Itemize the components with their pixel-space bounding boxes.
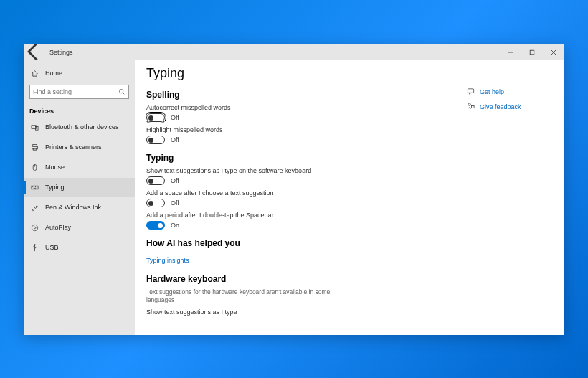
- printer-icon: [29, 143, 39, 151]
- sidebar-item-printers[interactable]: Printers & scanners: [24, 138, 135, 156]
- sidebar-item-label: Pen & Windows Ink: [45, 204, 101, 211]
- svg-line-3: [123, 93, 124, 94]
- highlight-label: Highlight misspelled words: [146, 126, 452, 133]
- svg-point-2: [120, 90, 123, 93]
- svg-rect-1: [530, 50, 534, 55]
- space-label: Add a space after I choose a text sugges…: [146, 189, 452, 197]
- home-label: Home: [45, 70, 62, 77]
- section-heading-typing: Typing: [146, 153, 452, 163]
- svg-point-17: [32, 225, 37, 230]
- search-icon: [118, 85, 125, 98]
- content-area: Typing Spelling Autocorrect misspelled w…: [135, 60, 564, 335]
- pen-icon: [29, 204, 39, 212]
- suggestions-state: Off: [171, 177, 179, 184]
- autocorrect-state: Off: [171, 114, 179, 121]
- keyboard-icon: [29, 184, 39, 192]
- sidebar: Home Devices Bluetooth & other devices: [24, 60, 135, 335]
- sidebar-item-label: AutoPlay: [45, 224, 71, 231]
- sidebar-item-label: Typing: [45, 184, 65, 191]
- space-state: Off: [171, 199, 179, 207]
- home-icon: [29, 70, 39, 77]
- autoplay-icon: [29, 224, 39, 232]
- devices-icon: [29, 123, 39, 131]
- sidebar-item-typing[interactable]: Typing: [24, 178, 135, 197]
- sidebar-item-label: Mouse: [45, 164, 65, 171]
- sidebar-item-bluetooth[interactable]: Bluetooth & other devices: [24, 118, 135, 136]
- right-panel: Get help Give feedback: [467, 66, 553, 335]
- typing-insights-link[interactable]: Typing insights: [146, 257, 189, 264]
- period-state: On: [171, 222, 179, 229]
- feedback-label: Give feedback: [480, 103, 521, 110]
- suggestions-toggle[interactable]: [146, 176, 165, 185]
- settings-window: Settings Home Device: [24, 44, 564, 335]
- home-button[interactable]: Home: [24, 65, 135, 82]
- usb-icon: [29, 244, 39, 252]
- svg-rect-20: [468, 89, 473, 93]
- svg-rect-22: [471, 106, 474, 108]
- hw-suggestions-label: Show text suggestions as I type: [146, 308, 452, 316]
- minimize-button[interactable]: [500, 44, 521, 60]
- svg-rect-6: [32, 144, 37, 146]
- section-heading-spelling: Spelling: [146, 90, 452, 100]
- main-panel: Typing Spelling Autocorrect misspelled w…: [146, 66, 467, 335]
- titlebar: Settings: [24, 44, 564, 60]
- close-button[interactable]: [543, 44, 564, 60]
- period-label: Add a period after I double-tap the Spac…: [146, 212, 452, 219]
- svg-point-21: [468, 103, 470, 105]
- mouse-icon: [29, 164, 39, 171]
- sidebar-item-pen[interactable]: Pen & Windows Ink: [24, 198, 135, 217]
- page-title: Typing: [146, 66, 452, 81]
- help-icon: [467, 88, 477, 95]
- search-input-container[interactable]: [29, 85, 129, 99]
- sidebar-item-label: Printers & scanners: [45, 143, 102, 151]
- maximize-button[interactable]: [521, 44, 543, 60]
- highlight-toggle[interactable]: [146, 136, 165, 144]
- sidebar-item-usb[interactable]: USB: [24, 238, 135, 257]
- svg-rect-11: [31, 186, 37, 189]
- suggestions-label: Show text suggestions as I type on the s…: [146, 167, 452, 174]
- svg-rect-7: [32, 146, 37, 149]
- section-heading-ai: How AI has helped you: [146, 238, 452, 248]
- autocorrect-toggle[interactable]: [146, 113, 165, 122]
- highlight-state: Off: [171, 136, 179, 143]
- sidebar-item-autoplay[interactable]: AutoPlay: [24, 218, 135, 237]
- hardware-desc: Text suggestions for the hardware keyboa…: [146, 288, 347, 304]
- get-help-link[interactable]: Get help: [467, 88, 553, 95]
- sidebar-item-mouse[interactable]: Mouse: [24, 158, 135, 176]
- section-heading-hardware: Hardware keyboard: [146, 274, 452, 284]
- period-toggle[interactable]: [146, 221, 165, 230]
- sidebar-item-label: Bluetooth & other devices: [45, 123, 119, 131]
- give-feedback-link[interactable]: Give feedback: [467, 103, 553, 110]
- space-toggle[interactable]: [146, 199, 165, 207]
- search-input[interactable]: [33, 88, 118, 95]
- feedback-icon: [467, 103, 477, 110]
- sidebar-item-label: USB: [45, 244, 59, 251]
- window-title: Settings: [49, 49, 73, 56]
- help-label: Get help: [480, 88, 504, 95]
- sidebar-heading: Devices: [24, 103, 135, 118]
- autocorrect-label: Autocorrect misspelled words: [146, 104, 452, 111]
